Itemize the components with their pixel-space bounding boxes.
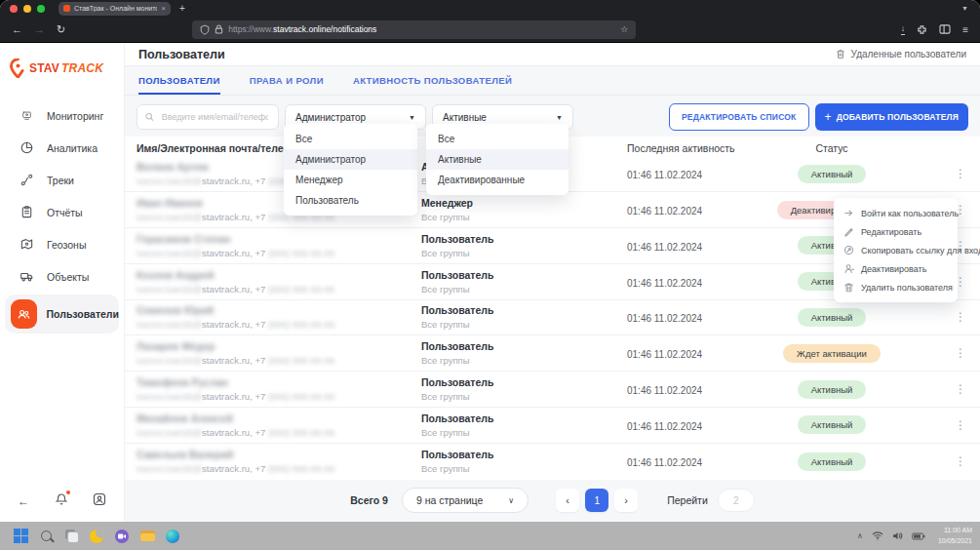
- taskbar-clock[interactable]: 11:00 AM 10/05/2021: [938, 526, 972, 546]
- tab-users[interactable]: ПОЛЬЗОВАТЕЛИ: [138, 75, 220, 95]
- link-icon: [843, 245, 854, 255]
- collapse-sidebar-icon[interactable]: ←: [18, 494, 29, 508]
- search-input[interactable]: [160, 111, 270, 123]
- window-controls[interactable]: [10, 5, 45, 13]
- sidebar-nav: МониторингАналитикаТрекиОтчётыГеозоныОбъ…: [0, 99, 124, 334]
- objects-icon: [18, 268, 35, 286]
- taskbar-search-icon[interactable]: [33, 524, 59, 549]
- tab-list-chevron-icon[interactable]: ▼: [961, 5, 968, 12]
- per-page-select[interactable]: 9 на странице ∨: [402, 488, 529, 513]
- app-sidebar: STAVTRACK МониторингАналитикаТрекиОтчёты…: [0, 43, 125, 522]
- tab-user-activity[interactable]: АКТИВНОСТЬ ПОЛЬЗОВАТЕЛЕЙ: [353, 75, 512, 95]
- page-header: Пользователи Удаленные пользователи: [125, 43, 980, 66]
- clock-time: 11:00 AM: [938, 526, 972, 536]
- tab-close-icon[interactable]: ×: [161, 4, 166, 13]
- status-option[interactable]: Деактивированные: [426, 170, 568, 190]
- sidebar-item-monitoring[interactable]: Мониторинг: [0, 99, 124, 132]
- windows-start-button[interactable]: [8, 524, 33, 549]
- sidebar-item-tracks[interactable]: Треки: [0, 164, 124, 196]
- tray-chevron-icon[interactable]: ∧: [857, 531, 863, 540]
- row-menu-button[interactable]: ⋮: [955, 311, 966, 323]
- row-menu-button[interactable]: ⋮: [955, 419, 966, 431]
- user-group: Все группы: [421, 212, 615, 222]
- last-activity: 01:46 11.02.2024: [627, 421, 702, 432]
- sidebar-item-users[interactable]: Пользователи: [5, 295, 119, 334]
- context-menu-item[interactable]: Войти как пользователь: [834, 204, 958, 222]
- add-user-button[interactable]: + ДОБАВИТЬ ПОЛЬЗОВАТЕЛЯ: [815, 103, 968, 131]
- downloads-icon[interactable]: ↓: [901, 24, 906, 35]
- context-menu-item[interactable]: Удалить пользователя: [834, 278, 958, 296]
- edit-list-button[interactable]: РЕДАКТИРОВАТЬ СПИСОК: [669, 103, 809, 131]
- status-option[interactable]: Все: [426, 129, 568, 149]
- battery-icon[interactable]: [912, 532, 925, 540]
- shield-icon: [200, 24, 210, 35]
- reload-button[interactable]: ↻: [57, 23, 65, 36]
- moon-app-icon[interactable]: [84, 524, 109, 549]
- user-name: Герасимов Степан: [137, 233, 410, 245]
- user-role: Пользователь: [421, 269, 615, 281]
- user-group: Все группы: [421, 391, 615, 402]
- sidebar-item-reports[interactable]: Отчёты: [0, 196, 124, 228]
- table-row: Лазарев Фёдорivanov.ivan26@stavtrack.ru,…: [125, 335, 980, 372]
- row-menu-button[interactable]: ⋮: [955, 168, 966, 179]
- system-tray: ∧ 11:00 AM 10/05/2021: [857, 526, 972, 546]
- role-option[interactable]: Менеджер: [284, 170, 417, 190]
- forward-button[interactable]: →: [34, 23, 45, 35]
- maximize-window-button[interactable]: [37, 5, 45, 13]
- search-box[interactable]: [137, 104, 279, 130]
- browser-navbar: ← → ↻ https://www.stavtrack.online/notif…: [0, 17, 980, 43]
- row-menu-button[interactable]: ⋮: [955, 347, 966, 359]
- sidebar-item-geozones[interactable]: Геозоны: [0, 228, 124, 260]
- file-explorer-icon[interactable]: [135, 524, 160, 549]
- back-button[interactable]: ←: [12, 23, 22, 35]
- sidebar-item-analytics[interactable]: Аналитика: [0, 132, 124, 164]
- last-activity: 01:46 11.02.2024: [627, 313, 702, 324]
- video-app-icon[interactable]: [109, 524, 135, 549]
- context-menu-item[interactable]: Деактивировать: [834, 259, 958, 278]
- current-page-button[interactable]: 1: [585, 489, 608, 512]
- goto-label: Перейти: [667, 494, 708, 506]
- profile-icon[interactable]: [93, 492, 106, 510]
- menu-hamburger-icon[interactable]: ≡: [962, 24, 968, 35]
- context-menu-item[interactable]: Скопировать ссылку для входа: [834, 241, 958, 259]
- notifications-bell-icon[interactable]: [55, 492, 68, 510]
- os-taskbar: ∧ 11:00 AM 10/05/2021: [0, 522, 980, 550]
- chevron-down-icon: ∨: [508, 496, 514, 505]
- role-option[interactable]: Все: [284, 129, 417, 149]
- row-menu-button[interactable]: ⋮: [955, 383, 966, 395]
- url-bar[interactable]: https://www.stavtrack.online/notificatio…: [192, 20, 636, 39]
- role-option[interactable]: Администратор: [284, 149, 417, 170]
- sidebar-item-label: Пользователи: [47, 308, 119, 320]
- close-window-button[interactable]: [10, 5, 18, 13]
- tab-rights-roles[interactable]: ПРАВА И РОЛИ: [250, 75, 324, 95]
- prev-page-button[interactable]: ‹: [556, 489, 579, 512]
- context-menu-item[interactable]: Редактировать: [834, 222, 958, 241]
- lock-icon: [215, 24, 223, 34]
- minimize-window-button[interactable]: [23, 5, 31, 13]
- volume-icon[interactable]: [892, 531, 903, 540]
- task-view-icon[interactable]: [59, 524, 84, 549]
- user-role: Пользователь: [421, 304, 615, 316]
- status-option[interactable]: Активные: [426, 149, 568, 170]
- sidebar-item-label: Аналитика: [47, 142, 98, 154]
- deleted-users-link[interactable]: Удаленные пользователи: [836, 49, 966, 59]
- tracks-icon: [18, 172, 35, 189]
- user-name: Козлов Андрей: [137, 269, 410, 281]
- user-email-phone: ivanov.ivan26@stavtrack.ru, +7 (999) 999…: [137, 284, 410, 295]
- table-row: Михайлов Алексейivanov.ivan26@stavtrack.…: [125, 408, 980, 444]
- user-email-phone: ivanov.ivan26@stavtrack.ru, +7 (999) 999…: [137, 355, 410, 366]
- new-tab-button[interactable]: +: [179, 3, 185, 14]
- user-email-phone: ivanov.ivan26@stavtrack.ru, +7 (999) 999…: [137, 248, 410, 258]
- next-page-button[interactable]: ›: [614, 489, 638, 512]
- bookmark-star-icon[interactable]: ☆: [620, 24, 628, 34]
- extensions-icon[interactable]: [917, 24, 927, 35]
- wifi-icon[interactable]: [872, 531, 883, 540]
- sidebar-panel-icon[interactable]: [939, 24, 951, 34]
- user-name: Савельев Валерий: [137, 449, 410, 460]
- browser-tab[interactable]: СтавТрак - Онлайн мониторин ×: [59, 2, 171, 16]
- sidebar-item-objects[interactable]: Объекты: [0, 260, 124, 293]
- goto-page-input[interactable]: 2: [718, 489, 755, 512]
- edge-browser-icon[interactable]: [160, 524, 185, 549]
- role-option[interactable]: Пользователь: [284, 190, 417, 211]
- row-menu-button[interactable]: ⋮: [955, 455, 966, 467]
